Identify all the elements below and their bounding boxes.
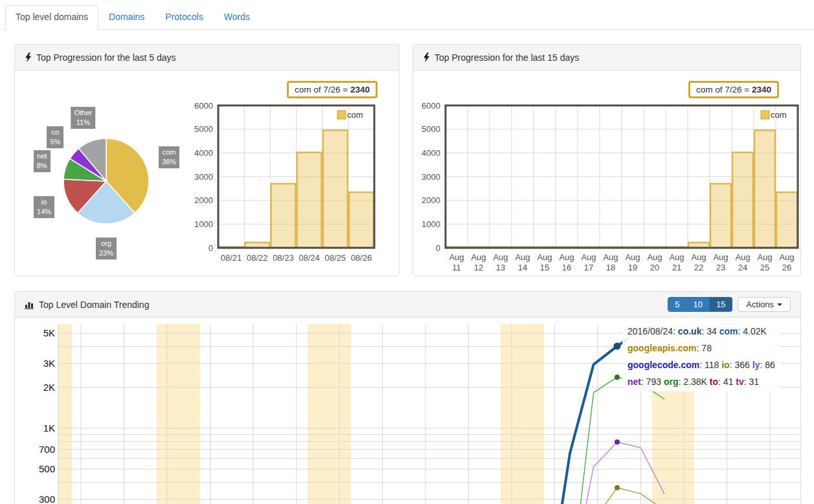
x-tick-label: Aug [669, 252, 684, 262]
com-15day-bar-chart: 0100020003000400050006000Aug11Aug12Aug13… [413, 71, 800, 276]
caret-down-icon [777, 303, 782, 306]
y-tick-label: 1000 [194, 219, 213, 229]
bar-08-26[interactable] [349, 192, 374, 248]
panel-5day-title: Top Progression for the last 5 days [36, 52, 176, 63]
x-tick-label: 19 [628, 263, 637, 272]
bar-aug-25[interactable] [754, 131, 775, 248]
bar-aug-23[interactable] [710, 184, 731, 248]
weekend-band [501, 324, 544, 504]
bar-aug-26[interactable] [776, 192, 797, 248]
x-tick-label: 08/25 [324, 253, 346, 263]
bar-aug-24[interactable] [732, 153, 753, 248]
x-tick-label: Aug [449, 252, 464, 262]
panel-top-progression-5-days: Top Progression for the last 5 days com … [14, 44, 400, 276]
tooltip-row: googlecode.com: 118 io: 366 ly: 86 [627, 356, 775, 373]
x-tick-label: 21 [672, 263, 681, 272]
series-dot-org[interactable] [615, 375, 620, 380]
x-tick-label: Aug [691, 252, 706, 262]
y-tick-label: 0 [436, 243, 440, 253]
x-tick-label: Aug [471, 252, 486, 262]
com-value-badge-5day: com of 7/26 = 2340 [287, 81, 378, 98]
tooltip-row: net: 793 org: 2.38K to: 41 tv: 31 [627, 373, 775, 390]
tooltip-row: 2016/08/24: co.uk: 34 com: 4.02K [627, 323, 775, 340]
series-dot-com[interactable] [614, 343, 621, 350]
tooltip-row: googleapis.com: 78 [627, 340, 775, 356]
tab-protocols[interactable]: Protocols [155, 5, 213, 30]
bar-08-25[interactable] [323, 131, 348, 248]
trend-tooltip: 2016/08/24: co.uk: 34 com: 4.02Kgoogleap… [622, 322, 780, 391]
x-tick-label: 14 [518, 263, 527, 272]
dashboard-page: Top level domainsDomainsProtocolsWords T… [0, 0, 814, 504]
x-tick-label: Aug [493, 252, 508, 262]
x-tick-label: 13 [496, 263, 505, 272]
legend-swatch [761, 111, 769, 119]
x-tick-label: Aug [757, 252, 772, 262]
x-tick-label: 20 [650, 263, 659, 272]
x-tick-label: 17 [584, 263, 593, 272]
y-tick-label: 1000 [422, 219, 440, 229]
panel-trending-heading: Top Level Domain Trending 51015 Actions [15, 292, 800, 318]
legend-label: com [347, 110, 363, 120]
y-axis-label-500: 500 [39, 463, 55, 474]
series-dot-net[interactable] [615, 439, 620, 444]
x-tick-label: Aug [537, 252, 552, 262]
panel-trending-title: Top Level Domain Trending [39, 300, 149, 310]
panel-5day-body: com of 7/26 = 2340 010002000300040005000… [15, 71, 399, 276]
panel-5day-heading: Top Progression for the last 5 days [15, 45, 399, 71]
bar-chart-icon [25, 300, 34, 309]
x-tick-label: 08/23 [273, 253, 294, 263]
pie-label-co: co5% [47, 126, 63, 148]
tab-bar: Top level domainsDomainsProtocolsWords [0, 5, 814, 30]
x-tick-label: Aug [779, 252, 794, 262]
pie-label-io: io14% [34, 196, 54, 218]
y-tick-label: 3000 [194, 172, 213, 182]
x-tick-label: 12 [474, 263, 483, 272]
series-dot-io[interactable] [615, 485, 620, 490]
x-tick-label: Aug [559, 252, 574, 262]
x-tick-label: 26 [782, 263, 791, 272]
x-tick-label: 08/21 [221, 253, 242, 263]
series-line-com[interactable] [558, 340, 627, 504]
panel-15day-title: Top Progression for the last 15 days [435, 52, 579, 63]
panel-15day-heading: Top Progression for the last 15 days [413, 45, 800, 71]
tab-top-level-domains[interactable]: Top level domains [5, 5, 98, 30]
pie-label-other: Other11% [71, 107, 96, 129]
x-tick-label: 25 [760, 263, 769, 272]
range-button-15[interactable]: 15 [710, 297, 732, 312]
x-tick-label: 11 [452, 263, 461, 272]
actions-dropdown-button[interactable]: Actions [738, 297, 791, 312]
x-tick-label: 08/24 [299, 253, 320, 263]
x-tick-label: 16 [562, 263, 571, 272]
x-tick-label: 23 [716, 263, 725, 272]
y-axis-label-1K: 1K [43, 422, 55, 433]
x-tick-label: Aug [515, 252, 530, 262]
com-5day-bar-chart: 010002000300040005000600008/2108/2208/23… [15, 71, 399, 276]
y-axis-label-700: 700 [39, 444, 55, 455]
bar-08-24[interactable] [297, 153, 322, 248]
x-tick-label: Aug [625, 252, 640, 262]
range-button-5[interactable]: 5 [668, 297, 686, 312]
panel-top-progression-15-days: Top Progression for the last 15 days com… [413, 44, 801, 276]
weekend-band [157, 324, 200, 504]
y-tick-label: 0 [209, 243, 213, 253]
tab-words[interactable]: Words [214, 5, 260, 30]
tab-domains[interactable]: Domains [98, 5, 155, 30]
y-tick-label: 4000 [194, 148, 213, 158]
y-tick-label: 3000 [422, 172, 440, 182]
range-button-10[interactable]: 10 [686, 297, 709, 312]
x-tick-label: Aug [603, 252, 618, 262]
weekend-band [308, 324, 351, 504]
y-tick-label: 6000 [422, 101, 440, 111]
y-axis-label-5K: 5K [43, 327, 55, 338]
com-value-badge-15day: com of 7/26 = 2340 [688, 81, 779, 98]
x-tick-label: 08/22 [247, 253, 268, 263]
x-tick-label: 22 [694, 263, 703, 272]
x-tick-label: 24 [738, 263, 747, 272]
y-axis-label-2K: 2K [43, 382, 55, 393]
bar-08-23[interactable] [271, 184, 296, 248]
y-tick-label: 2000 [422, 195, 440, 205]
pie-label-com: com38% [159, 146, 179, 168]
y-tick-label: 6000 [194, 101, 213, 111]
y-axis-label-3K: 3K [43, 358, 55, 369]
lightning-bolt-icon [25, 52, 32, 62]
